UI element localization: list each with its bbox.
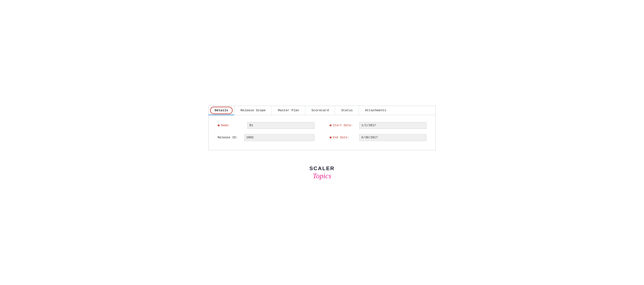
- release-id-row: Release ID:: [218, 134, 314, 141]
- name-label-text: Name:: [221, 124, 244, 127]
- tab-attachments[interactable]: Attachments: [359, 106, 392, 115]
- end-date-label: ■ End Date:: [330, 136, 356, 140]
- tab-master-plan[interactable]: Master Plan: [272, 106, 305, 115]
- tab-release-scope-label: Release Scope: [240, 108, 266, 112]
- name-input[interactable]: [247, 122, 314, 129]
- release-id-label-text: Release ID:: [218, 136, 238, 139]
- tab-status-label: Status: [341, 108, 353, 112]
- name-required-dot: ■: [218, 124, 220, 127]
- tab-details-label: Details: [214, 108, 228, 112]
- panel-content: ■ Name: ■ Start Date: Release: [208, 115, 436, 150]
- branding-topics-text: Topics: [313, 172, 331, 180]
- branding: SCALER Topics: [309, 166, 334, 180]
- tab-scorecard-label: Scorecard: [312, 108, 329, 112]
- tab-details[interactable]: Details: [208, 106, 234, 115]
- start-date-row: ■ Start Date:: [330, 122, 426, 129]
- tab-release-scope[interactable]: Release Scope: [234, 106, 272, 115]
- start-date-label: ■ Start Date:: [330, 124, 356, 127]
- branding-scaler-text: SCALER: [309, 166, 334, 172]
- end-date-label-text: End Date:: [333, 136, 356, 139]
- end-date-required-dot: ■: [330, 136, 332, 140]
- tab-bar: Details Release Scope Master Plan Scorec…: [208, 106, 436, 115]
- release-id-input[interactable]: [244, 134, 314, 141]
- tab-attachments-label: Attachments: [365, 108, 386, 112]
- start-date-input[interactable]: [359, 122, 426, 129]
- end-date-row: ■ End Date:: [330, 134, 426, 141]
- panel: Details Release Scope Master Plan Scorec…: [208, 106, 436, 150]
- tab-status[interactable]: Status: [335, 106, 359, 115]
- start-date-required-dot: ■: [330, 124, 332, 127]
- tab-scorecard[interactable]: Scorecard: [305, 106, 335, 115]
- release-id-label: Release ID:: [218, 136, 240, 139]
- name-row: ■ Name:: [218, 122, 314, 129]
- main-container: Details Release Scope Master Plan Scorec…: [208, 106, 436, 180]
- name-label: ■ Name:: [218, 124, 244, 127]
- end-date-input[interactable]: [359, 134, 426, 141]
- start-date-label-text: Start Date:: [333, 124, 356, 127]
- form-grid: ■ Name: ■ Start Date: Release: [218, 122, 426, 141]
- tab-master-plan-label: Master Plan: [278, 108, 299, 112]
